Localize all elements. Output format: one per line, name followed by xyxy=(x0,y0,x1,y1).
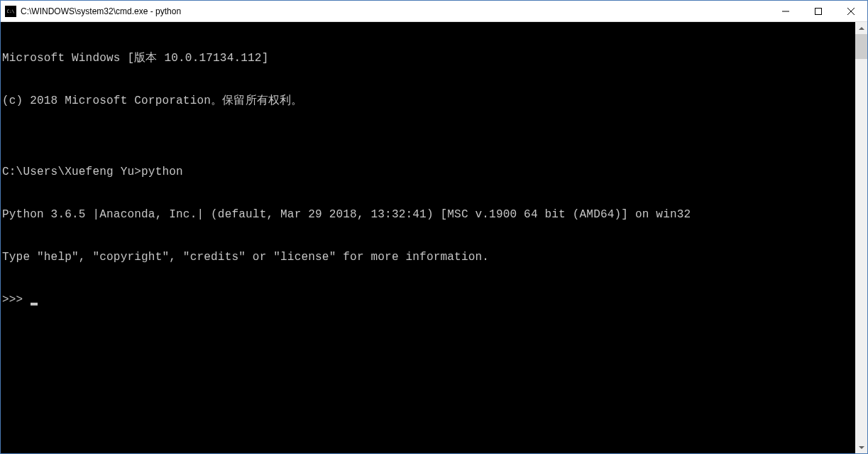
terminal-line: Type "help", "copyright", "credits" or "… xyxy=(2,250,854,264)
scroll-thumb[interactable] xyxy=(855,34,867,59)
close-icon xyxy=(847,8,855,15)
window-controls xyxy=(769,1,867,21)
chevron-up-icon xyxy=(859,27,864,30)
terminal-container: Microsoft Windows [版本 10.0.17134.112] (c… xyxy=(1,22,867,453)
terminal-line: (c) 2018 Microsoft Corporation。保留所有权利。 xyxy=(2,94,854,108)
scroll-down-button[interactable] xyxy=(855,441,867,453)
python-repl-prompt: >>> xyxy=(2,293,30,306)
cmd-prompt: C:\Users\Xuefeng Yu> xyxy=(2,166,141,178)
scroll-up-button[interactable] xyxy=(855,22,867,34)
terminal-line: Microsoft Windows [版本 10.0.17134.112] xyxy=(2,51,854,65)
titlebar[interactable]: C:\ C:\WINDOWS\system32\cmd.exe - python xyxy=(1,1,867,22)
cmd-icon: C:\ xyxy=(5,6,16,17)
minimize-button[interactable] xyxy=(769,1,802,21)
terminal-line: C:\Users\Xuefeng Yu>python xyxy=(2,165,854,179)
window-title: C:\WINDOWS\system32\cmd.exe - python xyxy=(21,6,769,16)
svg-marker-5 xyxy=(859,446,864,449)
terminal-output[interactable]: Microsoft Windows [版本 10.0.17134.112] (c… xyxy=(1,22,855,453)
maximize-button[interactable] xyxy=(802,1,835,21)
cursor xyxy=(31,303,38,306)
svg-rect-1 xyxy=(815,8,822,14)
terminal-prompt-line: >>> xyxy=(2,293,854,307)
svg-marker-4 xyxy=(859,27,864,30)
close-button[interactable] xyxy=(835,1,867,21)
vertical-scrollbar[interactable] xyxy=(855,22,867,453)
cmd-input: python xyxy=(141,166,183,178)
maximize-icon xyxy=(815,8,822,15)
minimize-icon xyxy=(782,8,789,15)
terminal-line: Python 3.6.5 |Anaconda, Inc.| (default, … xyxy=(2,207,854,222)
scroll-track[interactable] xyxy=(855,34,867,441)
chevron-down-icon xyxy=(859,446,864,449)
